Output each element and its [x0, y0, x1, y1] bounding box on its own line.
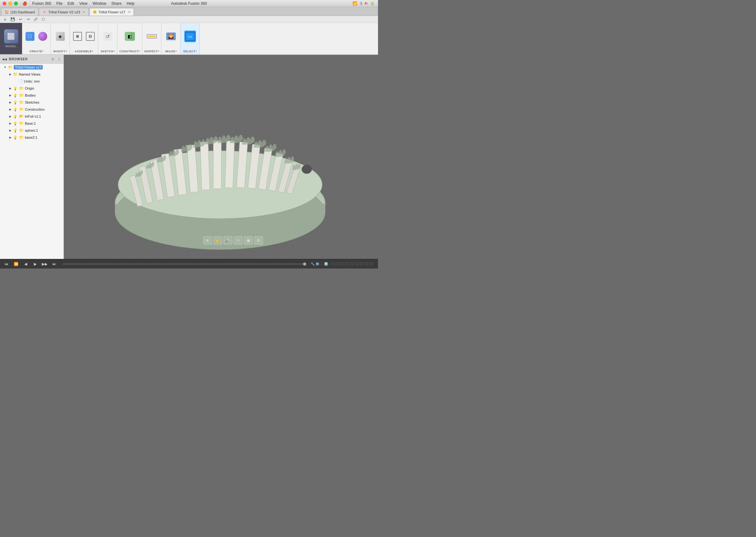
- bodies-expand[interactable]: ▶: [8, 93, 13, 98]
- model-cube[interactable]: ⬜: [4, 29, 18, 43]
- browser-back-button[interactable]: ◀◀: [2, 57, 7, 62]
- playback-play-button[interactable]: ▶: [31, 261, 39, 268]
- redo-button[interactable]: ↪: [25, 17, 31, 22]
- menu-toggle-button[interactable]: ≡: [2, 17, 8, 22]
- minimize-button[interactable]: [8, 2, 12, 5]
- bodies-item[interactable]: ▶ 💡 📁 Bodies: [0, 92, 63, 99]
- construct-button[interactable]: ◧: [124, 31, 136, 42]
- construction-item[interactable]: ▶ 💡 📁 Construction: [0, 106, 63, 113]
- ribbon-section-image: 🌄 IMAGE ▾: [161, 23, 181, 54]
- display-mode-button[interactable]: ▣: [244, 236, 253, 245]
- select-label: SELECT: [183, 50, 195, 53]
- menu-share[interactable]: Share: [111, 1, 121, 6]
- base1-bulb-icon: 💡: [13, 121, 18, 126]
- browser-filter-button[interactable]: ⊙: [50, 57, 55, 62]
- base2-item[interactable]: ▶ 💡 📁 base2:1: [0, 134, 63, 141]
- playback-start-button[interactable]: ⏮: [3, 261, 10, 268]
- image-button[interactable]: 🌄: [165, 31, 177, 42]
- grid-button[interactable]: ⊞: [254, 236, 263, 245]
- tab-dashboard[interactable]: 🏠 (16) Dashboard: [1, 8, 38, 16]
- tab-trifoil-v17[interactable]: 🌼 Trifoil Flower v17 ✕: [89, 8, 134, 16]
- apple-menu[interactable]: 🍎: [22, 1, 27, 6]
- spines-expand[interactable]: ▶: [8, 128, 13, 133]
- sidebar: ◀◀ BROWSER ⊙ | ▼ 📁 Trifoil Flower v17 ▶ …: [0, 55, 64, 259]
- create-sphere-button[interactable]: [37, 31, 49, 42]
- tab-trifoil-v2[interactable]: 🌸 Trifoil Flower V2 v23 ✕: [39, 8, 89, 16]
- image-label: IMAGE: [165, 50, 175, 53]
- save-button[interactable]: 💾: [10, 17, 16, 22]
- sketches-expand[interactable]: ▶: [8, 100, 13, 105]
- create-box-button[interactable]: □: [24, 31, 36, 42]
- svg-rect-12: [225, 141, 234, 188]
- fit-view-button[interactable]: ⊕: [203, 236, 212, 245]
- ribbon-section-create: □ CREATE ▾: [22, 23, 51, 54]
- assemble-btn2[interactable]: ⊟: [85, 31, 96, 42]
- undo-button[interactable]: ↩: [17, 17, 23, 22]
- select-button[interactable]: ▭: [185, 31, 196, 42]
- playback-end-button[interactable]: ⏭: [50, 261, 58, 268]
- ribbon-section-inspect: INSPECT ▾: [142, 23, 161, 54]
- share-button[interactable]: ⬡: [40, 17, 47, 22]
- root-collapse-icon[interactable]: ▼: [3, 65, 8, 70]
- zoom-button[interactable]: 🔎: [223, 236, 232, 245]
- named-views-item[interactable]: ▶ 📁 Named Views: [0, 71, 63, 78]
- trifoil-bulb-icon: 💡: [13, 114, 18, 119]
- playback-back-button[interactable]: ◀: [22, 261, 29, 268]
- main-layout: ◀◀ BROWSER ⊙ | ▼ 📁 Trifoil Flower v17 ▶ …: [0, 55, 378, 259]
- construction-bulb-icon: 💡: [13, 107, 18, 112]
- ribbon-section-construct: ◧ CONSTRUCT ▾: [117, 23, 142, 54]
- menu-file[interactable]: File: [56, 1, 62, 6]
- ribbon-section-select: ▭ SELECT ▾: [181, 23, 200, 54]
- menu-fusion[interactable]: Fusion 360: [32, 1, 51, 6]
- zoom-fit-button[interactable]: ⊙: [233, 236, 242, 245]
- playback-prev-button[interactable]: ⏪: [12, 261, 20, 268]
- close-button[interactable]: [3, 2, 6, 5]
- base1-expand[interactable]: ▶: [8, 121, 13, 126]
- playback-forward-button[interactable]: ▶▶: [41, 261, 49, 268]
- create-chevron[interactable]: ▾: [42, 50, 43, 53]
- menu-view[interactable]: View: [79, 1, 87, 6]
- sketches-item[interactable]: ▶ 💡 📁 Sketches: [0, 99, 63, 106]
- pan-button[interactable]: ✋: [213, 236, 222, 245]
- assemble-btn1[interactable]: ⊞: [72, 31, 83, 42]
- construct-chevron[interactable]: ▾: [139, 50, 140, 53]
- maximize-button[interactable]: [14, 2, 18, 5]
- base2-expand[interactable]: ▶: [8, 135, 13, 140]
- link-button[interactable]: 🔗: [32, 17, 39, 22]
- sketch-chevron[interactable]: ▾: [113, 50, 115, 53]
- spines-folder-icon: 📁: [19, 128, 24, 133]
- browser-pin-button[interactable]: |: [57, 57, 62, 62]
- viewport[interactable]: ⊕ ✋ 🔎 ⊙ ▣ ⊞: [64, 55, 378, 259]
- modify-button[interactable]: ◈: [55, 31, 66, 42]
- menu-bar-right: 📶 3 Ai 🔋: [353, 1, 375, 6]
- tab-dashboard-label: (16) Dashboard: [11, 10, 35, 14]
- construction-expand[interactable]: ▶: [8, 107, 13, 112]
- tab-bar: 🏠 (16) Dashboard 🌸 Trifoil Flower V2 v23…: [0, 7, 378, 16]
- inspect-button[interactable]: [146, 31, 157, 42]
- named-views-expand[interactable]: ▶: [8, 72, 13, 77]
- base1-item[interactable]: ▶ 💡 📁 Base:1: [0, 120, 63, 127]
- units-item[interactable]: ▶ 📄 Units: mm: [0, 78, 63, 85]
- tree-root-item[interactable]: ▼ 📁 Trifoil Flower v17: [0, 64, 63, 71]
- origin-item[interactable]: ▶ 💡 📁 Origin: [0, 85, 63, 92]
- trifoil-expand[interactable]: ▶: [8, 114, 13, 119]
- menu-help[interactable]: Help: [127, 1, 135, 6]
- inspect-chevron[interactable]: ▾: [158, 50, 159, 53]
- clock: 3: [360, 1, 362, 6]
- sketch-button[interactable]: ↺: [102, 31, 113, 42]
- window-controls[interactable]: [3, 2, 18, 5]
- trifoil-item[interactable]: ▶ 💡 📂 triFoil v1:1: [0, 113, 63, 120]
- assemble-chevron[interactable]: ▾: [92, 50, 93, 53]
- trifoil-label: triFoil v1:1: [25, 114, 41, 118]
- modify-chevron[interactable]: ▾: [66, 50, 67, 53]
- image-chevron[interactable]: ▾: [176, 50, 177, 53]
- select-chevron[interactable]: ▾: [195, 50, 197, 53]
- nav-controls: ⊕ ✋ 🔎 ⊙ ▣ ⊞: [203, 236, 263, 245]
- menu-edit[interactable]: Edit: [67, 1, 74, 6]
- menu-window[interactable]: Window: [93, 1, 106, 6]
- close-tab-trifoil-v17[interactable]: ✕: [128, 10, 131, 14]
- svg-point-3: [302, 165, 312, 174]
- close-tab-trifoil-v2[interactable]: ✕: [83, 10, 85, 14]
- spines-item[interactable]: ▶ 💡 📁 spines:1: [0, 127, 63, 134]
- origin-expand[interactable]: ▶: [8, 86, 13, 91]
